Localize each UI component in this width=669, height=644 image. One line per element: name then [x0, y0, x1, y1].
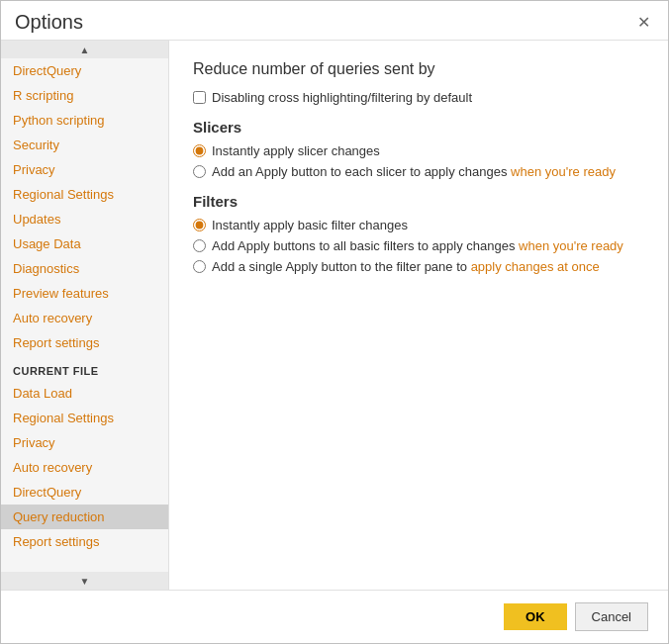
sidebar-item-preview-features[interactable]: Preview features: [1, 281, 168, 306]
cross-highlight-checkbox[interactable]: [193, 91, 206, 104]
close-button[interactable]: ✕: [633, 13, 654, 33]
filter-option-2-label: Add Apply buttons to all basic filters t…: [212, 238, 623, 253]
slicer-option-1-radio[interactable]: [193, 144, 206, 157]
filter-option-2-radio[interactable]: [193, 239, 206, 252]
filter-option-2-row: Add Apply buttons to all basic filters t…: [193, 238, 644, 253]
sidebar-item-r-scripting[interactable]: R scripting: [1, 83, 168, 108]
current-file-label: CURRENT FILE: [1, 355, 168, 381]
filter-option-1-row: Instantly apply basic filter changes: [193, 218, 644, 232]
slicers-radio-group: Instantly apply slicer changes Add an Ap…: [193, 143, 644, 179]
cancel-button[interactable]: Cancel: [575, 602, 648, 631]
sidebar-item-usage-data[interactable]: Usage Data: [1, 231, 168, 256]
cross-highlight-label: Disabling cross highlighting/filtering b…: [212, 90, 472, 105]
dialog-footer: OK Cancel: [1, 590, 668, 643]
current-item-directquery[interactable]: DirectQuery: [1, 480, 168, 505]
slicer-option-2-label: Add an Apply button to each slicer to ap…: [212, 164, 616, 179]
scroll-down-button[interactable]: ▼: [1, 572, 168, 590]
current-item-report-settings[interactable]: Report settings: [1, 529, 168, 554]
sidebar-item-python-scripting[interactable]: Python scripting: [1, 108, 168, 133]
sidebar-item-report-settings[interactable]: Report settings: [1, 330, 168, 355]
sidebar-item-auto-recovery[interactable]: Auto recovery: [1, 306, 168, 330]
current-item-query-reduction[interactable]: Query reduction: [1, 505, 168, 529]
title-bar: Options ✕: [1, 1, 668, 40]
cross-highlight-row: Disabling cross highlighting/filtering b…: [193, 90, 644, 105]
current-item-privacy[interactable]: Privacy: [1, 430, 168, 455]
sidebar-scroll[interactable]: DirectQueryR scriptingPython scriptingSe…: [1, 58, 168, 572]
ok-button[interactable]: OK: [504, 603, 567, 630]
dialog-title: Options: [15, 11, 83, 34]
dialog-body: ▲ DirectQueryR scriptingPython scripting…: [1, 40, 668, 590]
sidebar-item-security[interactable]: Security: [1, 133, 168, 157]
slicer-option-2-row: Add an Apply button to each slicer to ap…: [193, 164, 644, 179]
sidebar-item-directquery[interactable]: DirectQuery: [1, 58, 168, 83]
options-dialog: Options ✕ ▲ DirectQueryR scriptingPython…: [0, 0, 669, 644]
slicer-option-1-label: Instantly apply slicer changes: [212, 143, 380, 158]
scroll-up-button[interactable]: ▲: [1, 41, 168, 58]
filters-heading: Filters: [193, 193, 644, 210]
filter-option-3-label: Add a single Apply button to the filter …: [212, 259, 600, 274]
slicer-option-1-row: Instantly apply slicer changes: [193, 143, 644, 158]
content-panel: Reduce number of queries sent by Disabli…: [169, 41, 668, 590]
slicer-option-2-radio[interactable]: [193, 165, 206, 178]
filters-radio-group: Instantly apply basic filter changes Add…: [193, 218, 644, 274]
current-item-data-load[interactable]: Data Load: [1, 381, 168, 406]
filter-option-1-label: Instantly apply basic filter changes: [212, 218, 408, 232]
current-item-regional-settings[interactable]: Regional Settings: [1, 406, 168, 430]
slicers-heading: Slicers: [193, 119, 644, 136]
current-item-auto-recovery[interactable]: Auto recovery: [1, 455, 168, 480]
sidebar-item-privacy[interactable]: Privacy: [1, 157, 168, 182]
sidebar: ▲ DirectQueryR scriptingPython scripting…: [1, 41, 169, 590]
sidebar-item-updates[interactable]: Updates: [1, 207, 168, 231]
current-nav: Data LoadRegional SettingsPrivacyAuto re…: [1, 381, 168, 554]
sidebar-item-regional-settings[interactable]: Regional Settings: [1, 182, 168, 207]
sidebar-item-diagnostics[interactable]: Diagnostics: [1, 256, 168, 281]
filter-option-3-radio[interactable]: [193, 260, 206, 273]
content-title: Reduce number of queries sent by: [193, 60, 644, 78]
filter-option-1-radio[interactable]: [193, 219, 206, 231]
filter-option-3-row: Add a single Apply button to the filter …: [193, 259, 644, 274]
global-nav: DirectQueryR scriptingPython scriptingSe…: [1, 58, 168, 355]
